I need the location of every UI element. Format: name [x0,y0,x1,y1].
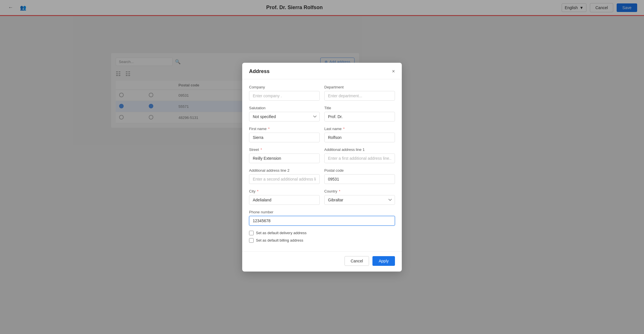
additional2-postal-row: Additional address line 2 Postal code [249,168,395,184]
modal-header: Address × [242,63,402,79]
postal-code-label: Postal code [324,168,395,173]
company-input[interactable] [249,91,320,101]
street-input[interactable] [249,153,320,163]
modal-cancel-button[interactable]: Cancel [345,256,369,266]
required-star: * [339,189,340,193]
additional-line1-label: Additional address line 1 [324,147,395,152]
street-label: Street * [249,147,320,152]
modal-overlay: Address × Company Department Salutation [0,0,644,334]
default-billing-checkbox-row: Set as default billing address [249,238,395,243]
department-label: Department [324,85,395,89]
firstname-label: First name * [249,127,320,131]
phone-input[interactable] [249,216,395,226]
salutation-field-group: Salutation Not specified Mr. Ms. Dr. Pro… [249,106,320,122]
salutation-select[interactable]: Not specified Mr. Ms. Dr. Prof. Dr. [249,112,320,122]
city-input[interactable] [249,195,320,205]
company-department-row: Company Department [249,85,395,101]
phone-label: Phone number [249,210,395,214]
additional-line2-input[interactable] [249,174,320,184]
additional-line2-label: Additional address line 2 [249,168,320,173]
city-country-row: City * Country * Gibraltar United States… [249,189,395,205]
company-field-group: Company [249,85,320,101]
default-billing-checkbox[interactable] [249,238,254,243]
modal-close-button[interactable]: × [392,69,395,74]
title-field-group: Title [324,106,395,122]
country-select[interactable]: Gibraltar United States Germany France [324,195,395,205]
address-modal: Address × Company Department Salutation [242,63,402,272]
firstname-input[interactable] [249,133,320,142]
lastname-field-group: Last name * [324,127,395,142]
company-label: Company [249,85,320,89]
firstname-field-group: First name * [249,127,320,142]
salutation-label: Salutation [249,106,320,110]
modal-footer: Cancel Apply [242,251,402,272]
required-star: * [343,127,345,131]
title-input[interactable] [324,112,395,122]
department-field-group: Department [324,85,395,101]
default-delivery-label: Set as default delivery address [256,231,307,235]
modal-title: Address [249,68,270,74]
phone-field-group: Phone number [249,210,395,226]
modal-body: Company Department Salutation Not specif… [242,79,402,251]
department-input[interactable] [324,91,395,101]
additional-line2-field-group: Additional address line 2 [249,168,320,184]
title-label: Title [324,106,395,110]
default-billing-label: Set as default billing address [256,238,303,242]
lastname-input[interactable] [324,133,395,142]
required-star: * [257,189,258,193]
postal-code-input[interactable] [324,174,395,184]
phone-row: Phone number [249,210,395,226]
default-delivery-checkbox-row: Set as default delivery address [249,231,395,235]
street-field-group: Street * [249,147,320,163]
firstname-lastname-row: First name * Last name * [249,127,395,142]
lastname-label: Last name * [324,127,395,131]
additional-line1-input[interactable] [324,153,395,163]
postal-code-field-group: Postal code [324,168,395,184]
required-star: * [268,127,270,131]
required-star: * [260,147,262,152]
country-field-group: Country * Gibraltar United States German… [324,189,395,205]
modal-apply-button[interactable]: Apply [372,256,395,266]
salutation-title-row: Salutation Not specified Mr. Ms. Dr. Pro… [249,106,395,122]
city-field-group: City * [249,189,320,205]
street-additional1-row: Street * Additional address line 1 [249,147,395,163]
city-label: City * [249,189,320,193]
additional-line1-field-group: Additional address line 1 [324,147,395,163]
country-label: Country * [324,189,395,193]
default-delivery-checkbox[interactable] [249,231,254,235]
